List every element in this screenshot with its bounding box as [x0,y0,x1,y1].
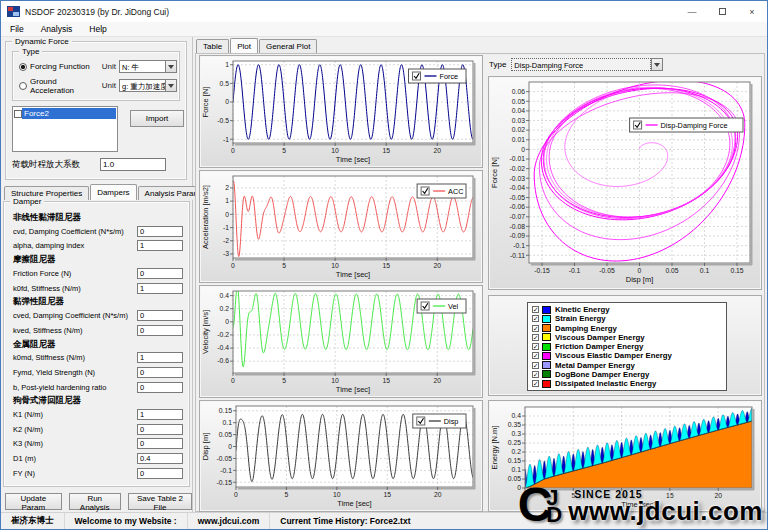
cvd-input[interactable] [137,226,183,237]
radio-label: Ground Acceleration [30,77,102,95]
fymd-input[interactable] [137,367,183,378]
svg-text:-0.09: -0.09 [510,232,526,239]
unit-label: Unit [102,81,116,90]
field-label: K2 (N/m) [13,425,137,434]
svg-text:10: 10 [618,492,626,499]
energy-legend-panel: ✓ Kinetic Energy ✓ Strain Energy ✓ [488,295,762,396]
svg-text:0.15: 0.15 [508,457,521,464]
svg-text:-0.02: -0.02 [510,165,526,172]
save-table-button[interactable]: Save Table 2 File [128,493,192,510]
k1-input[interactable] [137,409,183,420]
svg-text:-2: -2 [223,237,229,244]
svg-text:15: 15 [382,147,390,154]
svg-text:0.1: 0.1 [700,267,710,274]
fy-input[interactable] [137,468,183,479]
svg-text:Time [sec]: Time [sec] [337,499,371,508]
checkbox-icon[interactable]: ✓ [532,315,539,322]
radio-forcing-function[interactable]: Forcing Function Unit N: 牛 [19,60,177,73]
k3-input[interactable] [137,438,183,449]
run-analysis-button[interactable]: Run Analysis [69,493,121,510]
menu-help[interactable]: Help [87,24,108,34]
post-yield-ratio-input[interactable] [137,382,183,393]
svg-text:0: 0 [234,491,238,498]
force-unit-select[interactable]: N: 牛 [119,60,177,73]
svg-text:-0.15: -0.15 [534,267,550,274]
damper-field-row: k0md, Stiffness (N/m) [13,351,183,366]
force-list[interactable]: Force2 [12,106,118,152]
d1-input[interactable] [137,453,183,464]
chevron-down-icon [651,58,663,71]
accel-unit-select[interactable]: g: 重力加速度 [119,79,177,92]
svg-text:-0.03: -0.03 [510,175,526,182]
energy-legend-box: ✓ Kinetic Energy ✓ Strain Energy ✓ [527,302,727,391]
svg-text:-0.11: -0.11 [510,252,525,259]
import-button[interactable]: Import [130,110,184,127]
kved-input[interactable] [137,325,183,336]
svg-text:1: 1 [225,197,229,204]
svg-text:0.15: 0.15 [219,407,232,414]
checkbox-icon[interactable]: ✓ [532,380,539,387]
legend-label: Kinetic Energy [555,305,610,314]
energy-legend-item[interactable]: ✓ Kinetic Energy [532,305,722,314]
radio-selected-icon [19,63,27,71]
svg-text:-0.2: -0.2 [217,331,229,338]
plot-surface: 05101520-1-0.500.51Time [sec]Force [N]Fo… [195,53,765,512]
k0fd-input[interactable] [137,283,183,294]
checkbox-icon[interactable] [14,110,22,118]
maximize-button[interactable] [707,1,737,22]
svg-text:0: 0 [231,147,235,154]
checkbox-icon[interactable]: ✓ [532,343,539,350]
checkbox-icon[interactable]: ✓ [532,334,539,341]
svg-text:Disp-Damping Force: Disp-Damping Force [661,121,728,130]
update-param-button[interactable]: Update Param [5,493,62,510]
close-button[interactable]: × [737,1,767,22]
friction-force-input[interactable] [137,268,183,279]
menu-file[interactable]: File [8,24,26,34]
tab-plot[interactable]: Plot [230,38,258,53]
alpha-input[interactable] [137,240,183,251]
svg-text:0.25: 0.25 [508,439,521,446]
checkbox-icon[interactable]: ✓ [532,306,539,313]
radio-ground-acceleration[interactable]: Ground Acceleration Unit g: 重力加速度 [19,79,177,92]
svg-text:-1: -1 [223,224,229,231]
field-label: alpha, damping index [13,241,137,250]
groupbox-label: Type [19,47,42,56]
tab-dampers[interactable]: Dampers [90,184,136,200]
tab-general-plot[interactable]: General Plot [259,39,317,53]
checkbox-icon[interactable]: ✓ [532,352,539,359]
minimize-button[interactable]: — [677,1,707,22]
checkbox-icon[interactable]: ✓ [532,362,539,369]
scale-factor-input[interactable] [100,158,166,171]
plot-type-select[interactable]: Disp-Damping Force [511,58,663,71]
scale-factor-row: 荷载时程放大系数 [12,158,166,171]
plot-tabstrip: Table Plot General Plot [196,38,318,53]
energy-legend-item[interactable]: ✓ Viscous Elastic Damper Energy [532,351,722,360]
tab-table[interactable]: Table [196,39,229,53]
force-list-item[interactable]: Force2 [14,108,116,119]
left-panel: Dynamic Force Type Forcing Function Unit… [1,37,193,512]
energy-legend-item[interactable]: ✓ Strain Energy [532,314,722,323]
energy-legend-item[interactable]: ✓ Dissipated Inelastic Energy [532,379,722,388]
checkbox-icon[interactable]: ✓ [532,371,539,378]
svg-text:-0.4: -0.4 [217,344,229,351]
cved-input[interactable] [137,310,183,321]
energy-legend-item[interactable]: ✓ DogBone Damper Energy [532,370,722,379]
svg-text:Force: Force [440,72,459,81]
legend-label: Dissipated Inelastic Energy [555,379,656,388]
damper-field-row: kved, Stiffness (N/m) [13,323,183,338]
k0md-input[interactable] [137,352,183,363]
svg-text:0: 0 [521,146,525,153]
menu-analysis[interactable]: Analysis [39,24,75,34]
app-icon [7,6,20,17]
status-website-link[interactable]: www.jdcui.com [188,513,271,529]
energy-legend-item[interactable]: ✓ Metal Damper Energy [532,361,722,370]
energy-legend-item[interactable]: ✓ Viscous Damper Energy [532,333,722,342]
svg-text:0.02: 0.02 [512,126,525,133]
energy-legend-item[interactable]: ✓ Damping Energy [532,324,722,333]
svg-text:Vel: Vel [448,302,459,311]
svg-text:0: 0 [225,211,229,218]
checkbox-icon[interactable]: ✓ [532,325,539,332]
k2-input[interactable] [137,424,183,435]
energy-legend-item[interactable]: ✓ Friction Damper Energy [532,342,722,351]
damper-groupbox: Damper 非线性黏滞阻尼器 cvd, Damping Coefficient… [3,201,190,487]
